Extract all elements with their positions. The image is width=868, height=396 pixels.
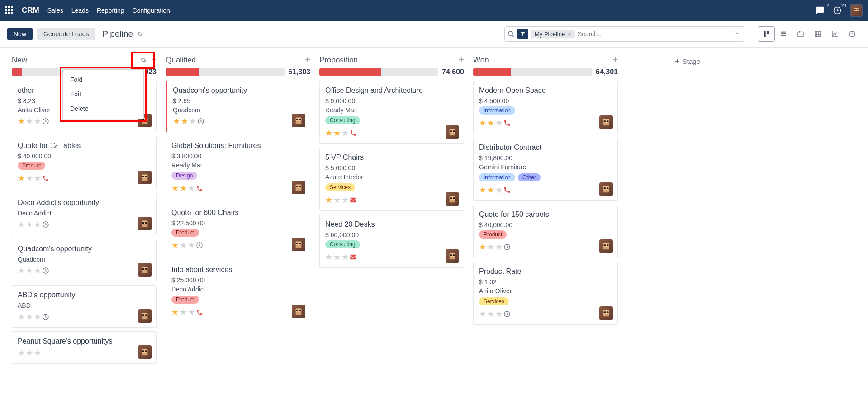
star-icon[interactable]: ★: [479, 185, 486, 195]
brand[interactable]: CRM: [22, 6, 39, 15]
search-dropdown-toggle[interactable]: [730, 26, 744, 42]
tag[interactable]: Services: [479, 297, 509, 305]
search-icon[interactable]: [508, 30, 515, 38]
star-icon[interactable]: ★: [26, 348, 33, 358]
star-icon[interactable]: ★: [188, 240, 195, 250]
clock-icon[interactable]: [503, 243, 511, 251]
mail-icon[interactable]: [350, 253, 357, 261]
star-icon[interactable]: ★: [495, 118, 503, 128]
column-add-icon[interactable]: +: [305, 55, 310, 65]
star-icon[interactable]: ★: [487, 242, 494, 252]
tag[interactable]: Information: [479, 106, 515, 115]
kanban-card[interactable]: Quadcom's opportunity$ 2.65Quadcom★★★: [166, 81, 310, 132]
clock-icon[interactable]: [503, 310, 511, 318]
search-input[interactable]: [578, 30, 727, 38]
filter-icon[interactable]: [517, 29, 528, 39]
kanban-card[interactable]: Quote for 12 Tables$ 40,000.00Product★★★: [12, 136, 157, 189]
star-icon[interactable]: ★: [188, 183, 195, 193]
phone-icon[interactable]: [350, 129, 357, 137]
phone-icon[interactable]: [196, 185, 203, 192]
tag[interactable]: Product: [171, 229, 199, 237]
card-avatar[interactable]: [446, 125, 459, 139]
star-icon[interactable]: ★: [188, 307, 195, 317]
star-icon[interactable]: ★: [173, 116, 180, 126]
tag[interactable]: Product: [171, 296, 199, 304]
tag[interactable]: Services: [325, 183, 355, 191]
star-icon[interactable]: ★: [34, 348, 41, 358]
star-icon[interactable]: ★: [487, 118, 494, 128]
card-avatar[interactable]: [292, 114, 305, 127]
star-icon[interactable]: ★: [26, 219, 33, 229]
star-icon[interactable]: ★: [333, 252, 341, 262]
card-avatar[interactable]: [138, 263, 152, 277]
view-calendar-button[interactable]: [792, 26, 809, 42]
card-avatar[interactable]: [138, 309, 152, 323]
card-avatar[interactable]: [599, 306, 613, 320]
star-icon[interactable]: ★: [495, 185, 503, 195]
star-icon[interactable]: ★: [325, 252, 332, 262]
column-settings-icon[interactable]: [140, 57, 147, 63]
kanban-card[interactable]: Quote for 600 Chairs$ 22,500.00Product★★…: [166, 203, 310, 256]
star-icon[interactable]: ★: [487, 185, 494, 195]
star-icon[interactable]: ★: [189, 116, 196, 126]
view-pivot-button[interactable]: [809, 26, 826, 42]
chat-icon[interactable]: 2: [816, 6, 825, 15]
card-avatar[interactable]: [138, 217, 152, 230]
card-avatar[interactable]: [599, 239, 613, 253]
clock-icon[interactable]: [42, 221, 49, 228]
nav-configuration[interactable]: Configuration: [133, 7, 170, 14]
star-icon[interactable]: ★: [18, 312, 25, 322]
dropdown-item[interactable]: Delete: [63, 101, 143, 116]
kanban-card[interactable]: Deco Addict's opportunityDeco Addict★★★: [12, 193, 157, 235]
star-icon[interactable]: ★: [487, 309, 494, 319]
card-avatar[interactable]: [599, 182, 613, 196]
star-icon[interactable]: ★: [171, 183, 179, 193]
phone-icon[interactable]: [42, 175, 49, 182]
clock-icon[interactable]: [42, 313, 49, 320]
kanban-card[interactable]: Info about services$ 25,000.00Deco Addic…: [166, 260, 310, 323]
star-icon[interactable]: ★: [34, 312, 41, 322]
star-icon[interactable]: ★: [342, 195, 349, 205]
tag[interactable]: Consulting: [325, 240, 360, 248]
column-progress-bar[interactable]: [166, 68, 285, 76]
filter-chip-remove-icon[interactable]: ×: [568, 31, 571, 38]
dropdown-item[interactable]: Edit: [63, 87, 143, 101]
card-avatar[interactable]: [138, 171, 152, 184]
star-icon[interactable]: ★: [181, 116, 188, 126]
kanban-card[interactable]: Product Rate$ 1.02Anita OliverServices★★…: [473, 262, 618, 325]
star-icon[interactable]: ★: [479, 242, 486, 252]
star-icon[interactable]: ★: [342, 128, 349, 138]
star-icon[interactable]: ★: [26, 266, 33, 276]
apps-icon[interactable]: [5, 6, 14, 14]
mail-icon[interactable]: [350, 196, 357, 204]
kanban-card[interactable]: Quote for 150 carpets$ 40,000.00Product★…: [473, 205, 618, 258]
kanban-card[interactable]: 5 VP Chairs$ 5,600.00Azure InteriorServi…: [319, 148, 464, 211]
phone-icon[interactable]: [503, 186, 511, 194]
kanban-card[interactable]: ABD's opportunityABD★★★: [12, 285, 157, 328]
star-icon[interactable]: ★: [171, 307, 179, 317]
card-avatar[interactable]: [446, 249, 459, 263]
tag[interactable]: Design: [171, 172, 197, 180]
user-avatar[interactable]: [850, 4, 863, 17]
star-icon[interactable]: ★: [34, 173, 41, 183]
tag[interactable]: Product: [18, 162, 45, 170]
star-icon[interactable]: ★: [18, 348, 25, 358]
star-icon[interactable]: ★: [479, 309, 486, 319]
tag[interactable]: Information: [479, 173, 515, 181]
nav-sales[interactable]: Sales: [47, 7, 63, 14]
tag[interactable]: Product: [479, 230, 507, 239]
star-icon[interactable]: ★: [34, 219, 41, 229]
phone-icon[interactable]: [196, 309, 203, 316]
star-icon[interactable]: ★: [34, 266, 41, 276]
kanban-card[interactable]: Peanut Square's opportunitys★★★: [12, 331, 157, 364]
card-avatar[interactable]: [292, 305, 305, 318]
star-icon[interactable]: ★: [18, 173, 25, 183]
kanban-card[interactable]: Modern Open Space$ 4,500.00Information★★…: [473, 81, 618, 134]
star-icon[interactable]: ★: [18, 219, 25, 229]
tag[interactable]: Consulting: [325, 116, 360, 124]
star-icon[interactable]: ★: [325, 128, 332, 138]
clock-icon[interactable]: [42, 118, 49, 125]
column-add-icon[interactable]: +: [459, 55, 464, 65]
star-icon[interactable]: ★: [495, 309, 503, 319]
star-icon[interactable]: ★: [34, 116, 41, 126]
